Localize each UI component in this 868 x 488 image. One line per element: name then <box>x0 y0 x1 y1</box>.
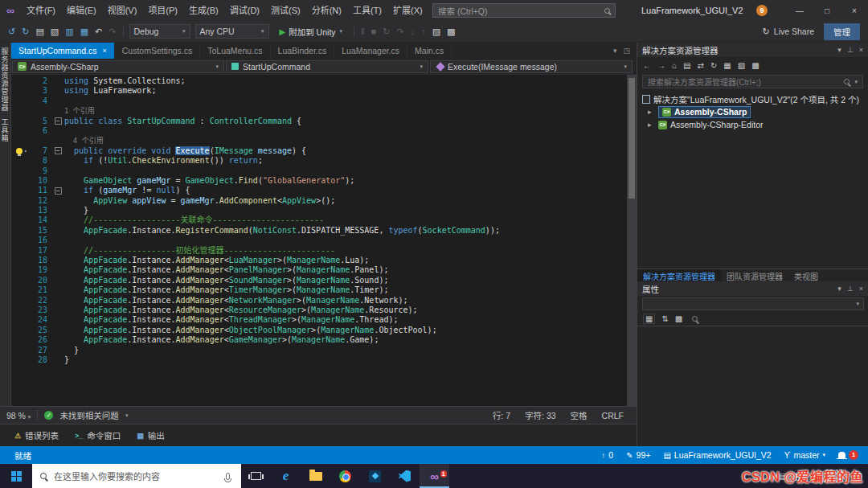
debug-configuration-dropdown[interactable]: Debug ▾ <box>129 24 190 39</box>
glyph-margin[interactable] <box>11 306 31 315</box>
glyph-margin[interactable] <box>11 335 31 345</box>
save-all-icon[interactable]: ▦ <box>77 27 92 37</box>
editor-tab[interactable]: StartUpCommand.cs× <box>11 43 115 59</box>
chevron-down-icon[interactable]: ▾ <box>837 46 841 54</box>
editor-tab[interactable]: CustomSettings.cs <box>115 43 201 59</box>
menu-item[interactable]: 视图(V) <box>102 0 143 21</box>
show-all-files-icon[interactable]: ▧ <box>738 61 745 70</box>
collapse-all-icon[interactable]: ▦ <box>723 61 731 70</box>
glyph-margin[interactable] <box>11 265 31 275</box>
git-branch[interactable]: ϒ master ▾ <box>784 450 825 460</box>
code-line[interactable]: 1 个引用 <box>11 106 627 116</box>
glyph-margin[interactable] <box>11 166 31 176</box>
spaces-indicator[interactable]: 空格 <box>571 409 588 421</box>
editor-tab[interactable]: ToLuaMenu.cs <box>200 43 270 59</box>
break-all-icon[interactable]: ‖ <box>358 27 368 36</box>
chevron-right-icon[interactable]: ▸ <box>648 108 655 116</box>
vertical-tab[interactable]: 工具箱 <box>1 118 10 142</box>
glyph-margin[interactable] <box>11 176 31 186</box>
code-line[interactable]: 21 AppFacade.Instance.AddManager<TimerMa… <box>11 285 627 295</box>
code-line[interactable]: 11– if (gameMgr != null) { <box>11 186 627 195</box>
glyph-margin[interactable] <box>11 156 31 166</box>
close-button[interactable]: × <box>841 0 868 21</box>
fold-margin[interactable] <box>51 265 64 275</box>
find-in-files-icon[interactable]: ▨ <box>429 27 444 37</box>
issues-status[interactable]: 未找到相关问题 <box>59 409 119 421</box>
forward-icon[interactable]: → <box>657 61 665 70</box>
code-line[interactable]: 27 } <box>11 346 627 355</box>
code-line[interactable]: 17 //-----------------初始化管理器------------… <box>11 246 627 256</box>
taskbar-app-visual-studio[interactable]: ∞ 1 <box>420 464 449 488</box>
code-line[interactable]: 22 AppFacade.Instance.AddManager<Network… <box>11 296 627 306</box>
glyph-margin[interactable] <box>11 206 31 215</box>
glyph-margin[interactable] <box>11 355 31 365</box>
fold-margin[interactable] <box>51 106 64 116</box>
member-dropdown[interactable]: Execute(IMessage message) ▾ <box>430 60 633 73</box>
redo-icon[interactable]: ↷ <box>105 27 119 37</box>
solution-explorer-header[interactable]: 解决方案资源管理器 ▾ ⊥ × <box>637 43 868 57</box>
nav-back-icon[interactable]: ↺ <box>5 27 18 37</box>
code-line[interactable]: 10 GameObject gameMgr = GameObject.Find(… <box>11 176 627 186</box>
pin-icon[interactable]: ⊥ <box>847 46 854 54</box>
line-number[interactable]: 4 <box>31 96 51 106</box>
code-line[interactable]: 6 <box>11 126 627 136</box>
explorer-tab[interactable]: 解决方案资源管理器 <box>637 269 721 282</box>
properties-object-dropdown[interactable]: ▾ <box>642 297 864 310</box>
switch-views-icon[interactable]: ▤ <box>683 61 690 70</box>
glyph-margin[interactable] <box>11 126 31 136</box>
start-button[interactable] <box>0 464 32 488</box>
fold-collapse-icon[interactable]: – <box>55 117 62 125</box>
code-line[interactable]: 25 AppFacade.Instance.AddManager<ObjectP… <box>11 326 627 335</box>
menu-item[interactable]: 分析(N) <box>306 0 347 21</box>
line-number[interactable]: 23 <box>31 306 51 315</box>
quick-search-input[interactable]: 搜索 (Ctrl+Q) <box>432 3 616 18</box>
glyph-margin[interactable] <box>11 106 31 116</box>
line-number[interactable]: 26 <box>31 335 51 345</box>
step-into-icon[interactable]: ↓ <box>407 27 419 36</box>
eol-indicator[interactable]: CRLF <box>602 411 624 420</box>
line-number[interactable]: 21 <box>31 285 51 295</box>
code-line[interactable]: 8 if (!Util.CheckEnvironment()) return; <box>11 156 627 166</box>
menu-item[interactable]: 文件(F) <box>21 0 61 21</box>
menu-item[interactable]: 工具(T) <box>347 0 387 21</box>
code-line[interactable]: 19 AppFacade.Instance.AddManager<PanelMa… <box>11 265 627 275</box>
glyph-margin[interactable] <box>11 276 31 285</box>
line-number[interactable]: 28 <box>31 355 51 365</box>
fold-margin[interactable] <box>51 215 64 225</box>
code-line[interactable]: 28} <box>11 355 627 365</box>
zoom-dropdown[interactable]: 98 % ▾ <box>6 411 31 420</box>
tree-item-solution[interactable]: 解决方案"LuaFramework_UGUI_V2"(2 个项目, 共 2 个) <box>637 92 868 105</box>
glyph-margin[interactable]: ▾ <box>11 146 31 156</box>
fold-collapse-icon[interactable]: – <box>55 187 62 195</box>
live-share-button[interactable]: ↻ Live Share <box>763 27 814 37</box>
code-line[interactable]: 12 AppView appView = gameMgr.AddComponen… <box>11 196 627 206</box>
menu-item[interactable]: 生成(B) <box>183 0 224 21</box>
task-view-button[interactable] <box>241 464 271 488</box>
git-outgoing-commits[interactable]: ↑ 0 <box>601 450 613 460</box>
code-editor[interactable]: 2using System.Collections;3using LuaFram… <box>11 75 627 406</box>
fold-margin[interactable] <box>51 136 64 146</box>
git-pending-changes[interactable]: ✎ 99+ <box>626 450 650 460</box>
stop-icon[interactable]: ■ <box>368 27 380 36</box>
close-icon[interactable]: × <box>859 46 863 54</box>
code-line[interactable]: 5–public class StartUpCommand : Controll… <box>11 117 627 126</box>
menu-item[interactable]: 调试(D) <box>224 0 265 21</box>
fold-margin[interactable]: – <box>51 117 64 126</box>
git-repository[interactable]: ▤ LuaFramework_UGUI_V2 <box>663 450 771 460</box>
code-line[interactable]: 3using LuaFramework; <box>11 86 627 96</box>
glyph-margin[interactable] <box>11 256 31 265</box>
fold-margin[interactable] <box>51 285 64 295</box>
fold-margin[interactable] <box>51 355 64 365</box>
fold-margin[interactable] <box>51 156 64 166</box>
code-line[interactable]: 20 AppFacade.Instance.AddManager<SoundMa… <box>11 276 627 285</box>
glyph-margin[interactable] <box>11 236 31 245</box>
close-icon[interactable]: × <box>102 47 106 55</box>
glyph-margin[interactable] <box>11 117 31 126</box>
tree-item-project[interactable]: ▸ C# Assembly-CSharp <box>637 105 868 118</box>
fold-margin[interactable]: – <box>51 186 64 195</box>
fold-margin[interactable] <box>51 86 64 96</box>
home-icon[interactable]: ⌂ <box>672 61 677 70</box>
menu-item[interactable]: 扩展(X) <box>387 0 428 21</box>
glyph-margin[interactable] <box>11 346 31 355</box>
chevron-right-icon[interactable]: ▸ <box>648 121 655 129</box>
